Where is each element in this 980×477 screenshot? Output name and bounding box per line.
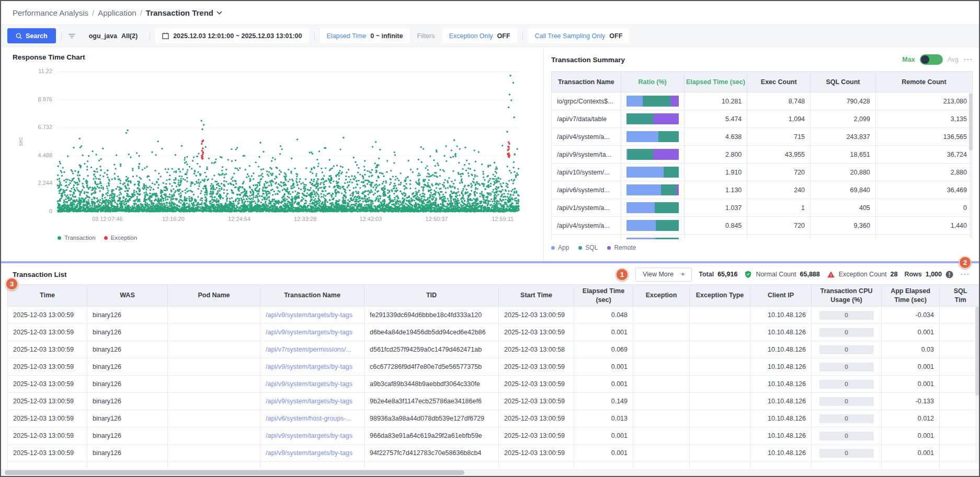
summary-cell-remote-count: 1,440: [875, 217, 972, 235]
list-cell-client_ip: 10.10.48.126: [750, 376, 812, 393]
exception-only-toggle[interactable]: Exception Only OFF: [442, 28, 517, 43]
transaction-row[interactable]: 2025-12-03 13:00:59binary126/api/v9/syst…: [8, 393, 979, 410]
list-col-header-txn[interactable]: Transaction Name: [260, 285, 364, 307]
transaction-row[interactable]: 2025-12-03 13:00:59binary126/api/v9/syst…: [8, 427, 979, 445]
summary-menu-icon[interactable]: ⋯: [963, 57, 973, 62]
breadcrumb-performance-analysis[interactable]: Performance Analysis: [13, 8, 88, 17]
legend-label: App: [558, 244, 569, 251]
filter-sliders-icon[interactable]: [67, 33, 77, 39]
chart-legend-transaction[interactable]: Transaction: [58, 235, 96, 241]
scrollbar-thumb[interactable]: [969, 93, 973, 150]
list-cell-txn[interactable]: /api/v6/system/host-groups-...: [260, 410, 364, 427]
transaction-row[interactable]: 2025-12-03 13:00:59binary126/api/v9/syst…: [8, 376, 979, 393]
ratio-bar: [626, 96, 679, 107]
list-col-header-elapsed[interactable]: Elapsed Time (sec): [574, 285, 633, 307]
summary-row[interactable]: /api/v9/system/ta...2.80043,95518,65136,…: [552, 146, 973, 164]
breadcrumb-application[interactable]: Application: [98, 8, 136, 17]
scrollbar-thumb[interactable]: [5, 470, 464, 475]
summary-cell-ratio: [621, 128, 684, 146]
summary-row[interactable]: /api/v1/system/a...1.03714050: [552, 199, 973, 217]
transaction-row[interactable]: 2025-12-03 13:00:59binary126/api/v9/syst…: [8, 324, 979, 341]
list-col-header-pod[interactable]: Pod Name: [168, 285, 260, 307]
max-avg-toggle[interactable]: [920, 54, 943, 65]
transaction-row[interactable]: 2025-12-03 13:00:59binary126/api/v9/syst…: [8, 358, 979, 376]
list-cell-exception_type: [690, 393, 750, 410]
scrollbar-thumb[interactable]: [975, 307, 979, 395]
warning-triangle-icon: [827, 271, 835, 278]
list-cell-txn[interactable]: /api/v9/system/targets/by-tags: [260, 427, 364, 445]
summary-header: Transaction Summary Max Avg ⋯: [551, 52, 973, 67]
toggle-knob: [921, 55, 929, 64]
list-cell-txn[interactable]: /api/v9/system/targets/by-tags: [260, 358, 364, 376]
list-col-header-time[interactable]: Time: [8, 285, 87, 307]
filters-button[interactable]: Filters: [415, 32, 437, 40]
summary-cell-exec-count: 8,748: [747, 92, 811, 110]
list-col-header-was[interactable]: WAS: [87, 285, 168, 307]
list-col-header-start[interactable]: Start Time: [499, 285, 574, 307]
summary-col-header[interactable]: Remote Count: [875, 72, 972, 92]
list-col-header-exception_type[interactable]: Exception Type: [690, 285, 750, 307]
breadcrumb-current-transaction-trend[interactable]: Transaction Trend: [146, 8, 213, 17]
summary-vertical-scrollbar[interactable]: [969, 93, 973, 238]
transaction-row[interactable]: 2025-12-03 13:00:59binary126/api/v9/syst…: [8, 307, 979, 324]
list-col-header-app_elapsed[interactable]: App Elapsed Time (sec): [882, 285, 940, 307]
call-tree-sampling-toggle[interactable]: Call Tree Sampling Only OFF: [528, 28, 630, 43]
summary-legend-sql[interactable]: SQL: [578, 244, 598, 251]
max-toggle-label[interactable]: Max: [902, 56, 915, 63]
list-cell-txn[interactable]: /api/v9/system/targets/by-tags: [260, 324, 364, 341]
list-col-header-tid[interactable]: TID: [364, 285, 499, 307]
list-cell-cpu: 0: [812, 393, 882, 410]
summary-row[interactable]: /api/v4/system/a...0.8457209,3601,440: [552, 217, 973, 235]
summary-row[interactable]: io/grpc/Contexts$...10.2818,748790,42821…: [552, 92, 973, 110]
summary-row[interactable]: /api/v4/system/a...4.638715243,837136,56…: [552, 128, 973, 146]
list-cell-txn[interactable]: /api/v9/system/targets/by-tags: [260, 307, 364, 324]
ratio-bar: [626, 184, 679, 195]
list-cell-txn[interactable]: /api/v9/system/targets/by-tags: [260, 393, 364, 410]
summary-row[interactable]: /api/v6/system/d...1.13024069,84036,469: [552, 181, 973, 199]
list-cell-sql_time: [940, 358, 979, 376]
summary-cell-sql-count: 405: [811, 199, 876, 217]
response-scatter-canvas[interactable]: [13, 63, 535, 227]
summary-col-header[interactable]: SQL Count: [811, 72, 876, 92]
summary-legend-app[interactable]: App: [551, 244, 569, 251]
date-range-picker[interactable]: 2025.12.03 12:01:00 ~ 2025.12.03 13:01:0…: [155, 28, 309, 43]
list-cell-txn[interactable]: /api/v7/system/permissions/...: [260, 341, 364, 358]
list-horizontal-scrollbar[interactable]: [1, 469, 979, 476]
chevron-down-icon[interactable]: [216, 11, 222, 15]
list-cell-tid: d6be4a84de19456db5dd94ced6e42b86: [364, 324, 499, 341]
legend-label: Transaction: [64, 235, 96, 241]
elapsed-time-filter[interactable]: Elapsed Time 0 ~ infinite: [320, 28, 410, 43]
list-menu-icon[interactable]: ⋯: [960, 272, 970, 277]
list-cell-exception_type: [690, 341, 750, 358]
transaction-row[interactable]: 2025-12-03 13:00:59binary126/api/v9/syst…: [8, 445, 979, 462]
transaction-row[interactable]: 2025-12-03 13:00:59binary126/api/v7/syst…: [8, 341, 979, 358]
info-icon[interactable]: [945, 271, 953, 278]
ratio-segment-sql: [664, 167, 679, 178]
view-more-button[interactable]: View More +: [635, 267, 692, 282]
list-col-header-client_ip[interactable]: Client IP: [750, 285, 812, 307]
list-cell-txn[interactable]: /api/v9/system/targets/by-tags: [260, 445, 364, 462]
list-vertical-scrollbar[interactable]: [975, 307, 979, 463]
agent-selector[interactable]: ogu_java All(2): [82, 28, 144, 43]
list-col-header-exception[interactable]: Exception: [633, 285, 690, 307]
summary-col-header[interactable]: Transaction Name: [552, 72, 621, 92]
search-button[interactable]: Search: [7, 28, 56, 43]
summary-col-header[interactable]: Exec Count: [747, 72, 811, 92]
list-cell-elapsed: 0.149: [574, 393, 633, 410]
transaction-row[interactable]: 2025-12-03 13:00:59binary126/api/v6/syst…: [8, 410, 979, 427]
summary-row[interactable]: /api/v10/system/...1.91072020,8802,880: [552, 164, 973, 181]
chart-legend-exception[interactable]: Exception: [104, 235, 138, 241]
summary-col-header[interactable]: Ratio (%): [621, 72, 684, 92]
list-cell-txn[interactable]: /api/v9/system/targets/by-tags: [260, 376, 364, 393]
summary-row[interactable]: /api/v7/data/table5.4741,0942,0993,135: [552, 110, 973, 128]
list-cell-sql_time: [940, 410, 979, 427]
avg-toggle-label[interactable]: Avg: [948, 56, 959, 63]
ratio-bar: [626, 113, 679, 124]
summary-col-header[interactable]: Elapsed Time (sec): [684, 72, 747, 92]
list-cell-start: 2025-12-03 13:00:59: [499, 410, 574, 427]
list-col-header-sql_time[interactable]: SQL Tim: [940, 285, 979, 307]
rows-label: Rows: [904, 271, 921, 278]
list-col-header-cpu[interactable]: Transaction CPU Usage (%): [812, 285, 882, 307]
list-cell-cpu: 0: [812, 358, 882, 376]
summary-legend-remote[interactable]: Remote: [607, 244, 636, 251]
